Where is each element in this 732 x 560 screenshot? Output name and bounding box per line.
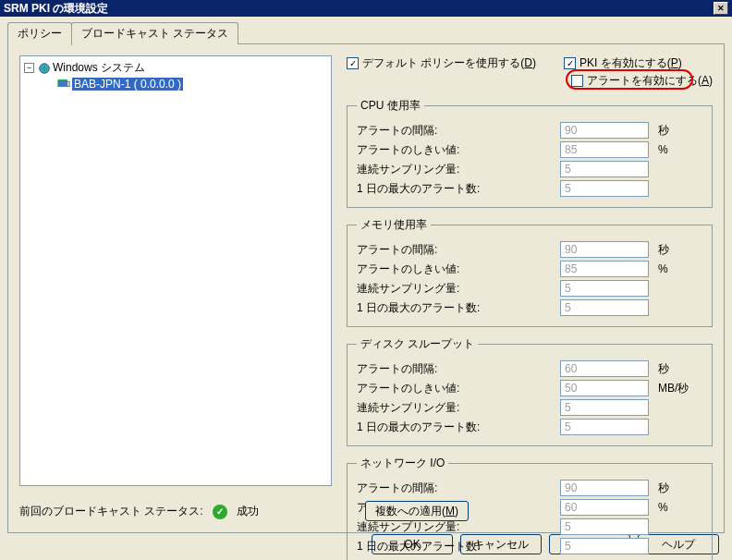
broadcast-status-label: 前回のブロードキャスト ステータス:	[19, 504, 203, 519]
input-disk-interval[interactable]	[560, 360, 649, 377]
collapse-icon[interactable]: −	[24, 63, 34, 73]
svg-rect-1	[58, 80, 67, 87]
tree-root-row[interactable]: − Windows システム	[24, 60, 327, 76]
unit-seconds: 秒	[658, 361, 669, 377]
input-disk-maxperday[interactable]	[560, 419, 649, 435]
settings-column: デフォルト ポリシーを使用する(D) PKI を有効にする(P)	[347, 55, 713, 521]
checkbox-enable-pki[interactable]: PKI を有効にする(P)	[564, 55, 682, 71]
tree-node-label: BAB-JPN-1 ( 0.0.0.0 )	[72, 78, 183, 91]
label-interval: アラートの間隔:	[357, 242, 560, 258]
group-legend: ディスク スループット	[357, 336, 478, 352]
input-net-samples[interactable]	[560, 518, 649, 535]
success-icon: ✓	[213, 505, 227, 519]
input-mem-samples[interactable]	[560, 280, 649, 297]
unit-percent: %	[658, 262, 668, 275]
checkbox-icon	[347, 57, 359, 69]
tree-root-label: Windows システム	[53, 60, 145, 76]
checkbox-icon	[571, 75, 583, 87]
input-net-threshold[interactable]	[560, 499, 649, 516]
globe-icon	[38, 62, 51, 75]
label-samples: 連続サンプリング量:	[357, 162, 560, 177]
server-icon	[57, 78, 70, 91]
label-threshold: アラートのしきい値:	[357, 381, 560, 396]
input-cpu-interval[interactable]	[560, 122, 649, 139]
tabstrip: ポリシー ブロードキャスト ステータス	[7, 22, 725, 44]
unit-percent: %	[658, 501, 668, 514]
label-samples: 連続サンプリング量:	[357, 400, 560, 416]
group-legend: CPU 使用率	[357, 98, 424, 114]
broadcast-status-value: 成功	[237, 504, 259, 519]
tab-broadcast-status[interactable]: ブロードキャスト ステータス	[71, 22, 238, 44]
group-cpu: CPU 使用率 アラートの間隔:秒 アラートのしきい値:% 連続サンプリング量:…	[347, 98, 713, 208]
input-mem-interval[interactable]	[560, 241, 649, 258]
group-memory: メモリ使用率 アラートの間隔:秒 アラートのしきい値:% 連続サンプリング量: …	[347, 217, 713, 327]
checkbox-label: デフォルト ポリシーを使用する(D)	[362, 55, 536, 71]
label-maxperday: 1 日の最大のアラート数:	[357, 300, 560, 316]
unit-seconds: 秒	[658, 242, 669, 258]
input-mem-maxperday[interactable]	[560, 299, 649, 316]
window: SRM PKI の環境設定 ✕ ポリシー ブロードキャスト ステータス − Wi…	[0, 0, 732, 560]
label-samples: 連続サンプリング量:	[357, 519, 560, 535]
group-disk: ディスク スループット アラートの間隔:秒 アラートのしきい値:MB/秒 連続サ…	[347, 336, 713, 446]
label-threshold: アラートのしきい値:	[357, 262, 560, 277]
input-cpu-maxperday[interactable]	[560, 180, 649, 197]
tree-node-row[interactable]: BAB-JPN-1 ( 0.0.0.0 )	[57, 78, 327, 91]
label-maxperday: 1 日の最大のアラート数:	[357, 420, 560, 435]
broadcast-status-row: 前回のブロードキャスト ステータス: ✓ 成功	[19, 504, 259, 519]
checkbox-enable-alert[interactable]: アラートを有効にする(A)	[571, 73, 713, 89]
group-legend: メモリ使用率	[357, 217, 431, 233]
input-net-maxperday[interactable]	[560, 538, 649, 554]
checkbox-use-default-policy[interactable]: デフォルト ポリシーを使用する(D)	[347, 55, 536, 71]
tab-policy[interactable]: ポリシー	[7, 22, 72, 45]
unit-seconds: 秒	[658, 123, 669, 139]
unit-percent: %	[658, 143, 668, 156]
checkbox-icon	[564, 57, 576, 69]
label-interval: アラートの間隔:	[357, 123, 560, 139]
label-maxperday: 1 日の最大のアラート数:	[357, 181, 560, 197]
unit-mbps: MB/秒	[658, 381, 689, 396]
group-legend: ネットワーク I/O	[357, 456, 448, 471]
checkbox-label: PKI を有効にする(P)	[580, 55, 682, 71]
label-interval: アラートの間隔:	[357, 481, 560, 496]
tab-panel-policy: − Windows システム BAB-JPN-1 ( 0.0.0.0 )	[7, 43, 725, 533]
unit-seconds: 秒	[658, 481, 669, 496]
checkbox-label: アラートを有効にする(A)	[587, 73, 713, 89]
titlebar: SRM PKI の環境設定 ✕	[0, 0, 732, 17]
window-title: SRM PKI の環境設定	[4, 1, 108, 17]
label-samples: 連続サンプリング量:	[357, 281, 560, 297]
label-threshold: アラートのしきい値:	[357, 142, 560, 158]
input-cpu-threshold[interactable]	[560, 141, 649, 158]
close-button[interactable]: ✕	[714, 2, 728, 15]
label-maxperday: 1 日の最大のアラート数:	[357, 539, 560, 554]
apply-to-multiple-button[interactable]: 複数への適用(M)	[365, 501, 469, 521]
label-interval: アラートの間隔:	[357, 361, 560, 377]
input-mem-threshold[interactable]	[560, 261, 649, 277]
input-disk-samples[interactable]	[560, 399, 649, 416]
input-net-interval[interactable]	[560, 480, 649, 496]
input-cpu-samples[interactable]	[560, 161, 649, 177]
content: ポリシー ブロードキャスト ステータス − Windows システム	[0, 17, 732, 534]
system-tree[interactable]: − Windows システム BAB-JPN-1 ( 0.0.0.0 )	[19, 55, 332, 486]
input-disk-threshold[interactable]	[560, 380, 649, 396]
svg-rect-2	[67, 81, 70, 86]
